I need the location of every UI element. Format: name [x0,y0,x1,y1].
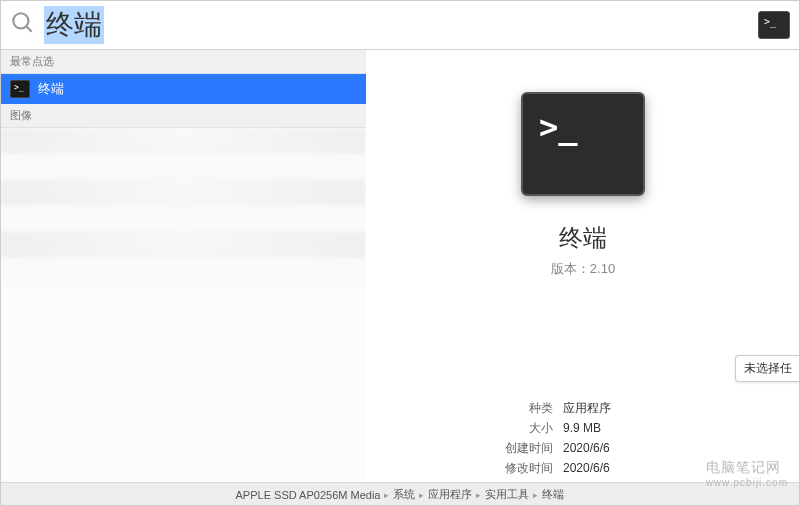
details-value: 2020/6/6 [563,438,773,458]
details-value: 2020/6/6 [563,458,773,478]
details-label: 种类 [393,398,563,418]
details-row-kind: 种类 应用程序 [393,398,773,418]
terminal-prompt-glyph: >_ [14,83,24,92]
details-value: 9.9 MB [563,418,773,438]
results-panel: 最常点选 >_ 终端 图像 [0,50,366,482]
chevron-right-icon: ▸ [384,490,389,500]
details-label: 创建时间 [393,438,563,458]
terminal-prompt-glyph: >_ [539,108,578,146]
svg-point-0 [13,13,28,28]
breadcrumb-item[interactable]: 实用工具 [485,487,529,502]
app-version: 版本：2.10 [551,260,615,278]
chevron-right-icon: ▸ [533,490,538,500]
details-label: 修改时间 [393,458,563,478]
chevron-right-icon: ▸ [476,490,481,500]
breadcrumb-item[interactable]: 终端 [542,487,564,502]
details-row-size: 大小 9.9 MB [393,418,773,438]
section-header-top-hits: 最常点选 [0,50,366,74]
chevron-right-icon: ▸ [419,490,424,500]
svg-line-1 [26,26,31,31]
breadcrumb-item[interactable]: 应用程序 [428,487,472,502]
terminal-prompt-glyph: >_ [764,16,776,27]
result-row-terminal[interactable]: >_ 终端 [0,74,366,104]
list-item[interactable] [0,206,366,232]
search-icon [10,10,36,40]
main-content: 最常点选 >_ 终端 图像 >_ 终端 版本：2.10 未选择任 种类 [0,50,800,482]
blurred-results [0,128,366,288]
details-table: 种类 应用程序 大小 9.9 MB 创建时间 2020/6/6 修改时间 202… [393,398,773,478]
version-value: 2.10 [590,261,615,276]
search-bar: 终端 >_ [0,0,800,50]
breadcrumb-item[interactable]: 系统 [393,487,415,502]
details-value: 应用程序 [563,398,773,418]
terminal-large-icon: >_ [521,92,645,196]
details-row-modified: 修改时间 2020/6/6 [393,458,773,478]
list-item[interactable] [0,180,366,206]
details-label: 大小 [393,418,563,438]
section-header-images: 图像 [0,104,366,128]
list-item[interactable] [0,154,366,180]
version-label: 版本： [551,261,590,276]
tag-popover[interactable]: 未选择任 [735,355,800,382]
result-label: 终端 [38,80,64,98]
details-row-created: 创建时间 2020/6/6 [393,438,773,458]
list-item[interactable] [0,232,366,258]
list-item[interactable] [0,258,366,284]
breadcrumb-item[interactable]: APPLE SSD AP0256M Media [236,489,381,501]
terminal-icon: >_ [10,80,30,98]
terminal-app-icon[interactable]: >_ [758,11,790,39]
search-input[interactable]: 终端 [44,6,104,44]
list-item[interactable] [0,128,366,154]
breadcrumb: APPLE SSD AP0256M Media ▸ 系统 ▸ 应用程序 ▸ 实用… [0,482,800,506]
preview-panel: >_ 终端 版本：2.10 未选择任 种类 应用程序 大小 9.9 MB 创建时… [366,50,800,482]
app-title: 终端 [559,222,607,254]
